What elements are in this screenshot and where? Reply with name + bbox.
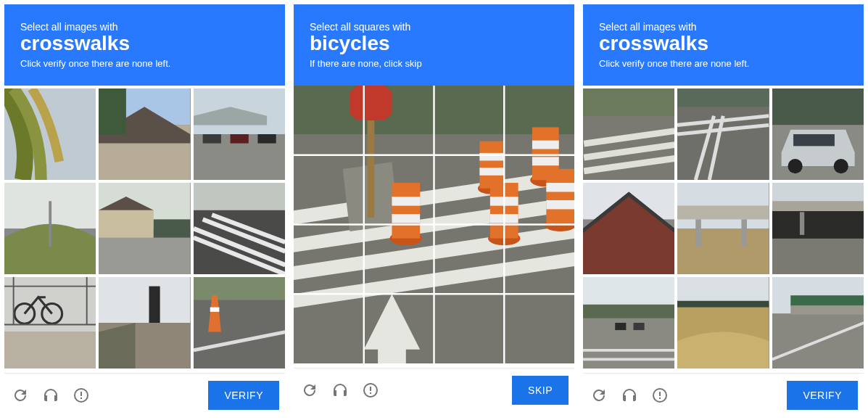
- svg-rect-109: [615, 323, 626, 330]
- grid-cell-8[interactable]: [505, 155, 574, 224]
- skip-button[interactable]: SKIP: [512, 376, 569, 405]
- header-post: Click verify once there are none left.: [599, 58, 848, 69]
- tile-overpass-1[interactable]: [677, 183, 769, 274]
- captcha-panel-2: Select all squares with bicycles If ther…: [294, 4, 574, 417]
- svg-point-92: [833, 159, 848, 173]
- info-icon[interactable]: [360, 380, 381, 400]
- svg-rect-118: [790, 295, 864, 306]
- header-pre: Select all images with: [20, 21, 269, 33]
- svg-rect-19: [194, 183, 285, 210]
- tile-intersection[interactable]: [677, 88, 769, 180]
- svg-rect-7: [202, 134, 220, 144]
- tile-sidewalk-cw[interactable]: [583, 88, 674, 180]
- image-grid: [4, 86, 285, 368]
- svg-rect-83: [677, 88, 769, 107]
- header-pre: Select all images with: [599, 21, 848, 33]
- svg-rect-17: [154, 219, 191, 237]
- svg-rect-110: [633, 323, 644, 330]
- svg-rect-100: [742, 219, 748, 247]
- captcha-footer: VERIFY: [583, 373, 864, 417]
- svg-rect-4: [99, 88, 126, 134]
- captcha-footer: SKIP: [294, 368, 574, 412]
- image-grid: [583, 86, 864, 368]
- svg-rect-34: [149, 287, 160, 323]
- captcha-header: Select all images with crosswalks Click …: [583, 4, 864, 86]
- headphones-icon[interactable]: [619, 385, 640, 405]
- headphones-icon[interactable]: [41, 385, 61, 405]
- reload-icon[interactable]: [10, 385, 30, 405]
- tile-house-roof[interactable]: [99, 88, 190, 180]
- svg-rect-115: [677, 301, 769, 308]
- svg-rect-90: [793, 134, 835, 146]
- svg-rect-119: [790, 305, 864, 315]
- svg-rect-37: [194, 277, 285, 300]
- captcha-header: Select all images with crosswalks Click …: [4, 4, 285, 86]
- captcha-panel-1: Select all images with crosswalks Click …: [4, 4, 285, 417]
- reload-icon[interactable]: [589, 385, 609, 405]
- info-icon[interactable]: [650, 385, 670, 405]
- grid-cell-4[interactable]: [505, 86, 574, 155]
- header-post: If there are none, click skip: [310, 58, 558, 69]
- tile-parking[interactable]: [194, 88, 285, 180]
- header-post: Click verify once there are none left.: [20, 58, 269, 69]
- verify-button[interactable]: VERIFY: [787, 381, 858, 410]
- grid-cell-5[interactable]: [294, 155, 363, 224]
- svg-rect-32: [99, 277, 190, 323]
- tile-sign[interactable]: [99, 277, 190, 368]
- grid-cell-13[interactable]: [294, 295, 363, 363]
- tile-dry-grass[interactable]: [677, 277, 769, 368]
- svg-rect-97: [677, 228, 769, 274]
- grid-cell-16[interactable]: [505, 295, 574, 363]
- tile-freeway[interactable]: [772, 277, 864, 368]
- svg-rect-15: [99, 210, 154, 238]
- tile-residential[interactable]: [99, 183, 190, 274]
- svg-point-91: [788, 159, 802, 173]
- grid-cell-14[interactable]: [364, 295, 434, 363]
- tile-hill[interactable]: [4, 183, 96, 274]
- svg-rect-9: [257, 134, 276, 144]
- header-keyword: bicycles: [310, 33, 558, 55]
- tile-overpass-2[interactable]: [772, 183, 864, 274]
- grid-cell-6[interactable]: [364, 155, 434, 224]
- tile-cone[interactable]: [194, 277, 285, 368]
- grid-cell-12[interactable]: [505, 225, 574, 294]
- grid-cell-15[interactable]: [434, 295, 504, 363]
- tile-bike[interactable]: [4, 277, 96, 368]
- svg-rect-39: [210, 308, 219, 312]
- svg-rect-78: [583, 88, 674, 116]
- tile-palm[interactable]: [4, 88, 96, 180]
- tile-crosswalk[interactable]: [194, 183, 285, 274]
- captcha-footer: VERIFY: [4, 373, 285, 417]
- captcha-row: Select all images with crosswalks Click …: [0, 0, 868, 420]
- svg-rect-108: [583, 305, 674, 318]
- header-keyword: crosswalks: [599, 33, 848, 55]
- headphones-icon[interactable]: [330, 380, 350, 400]
- tile-brick-roof[interactable]: [583, 183, 674, 274]
- tile-suburb-int[interactable]: [583, 277, 674, 368]
- tile-minivan[interactable]: [772, 88, 864, 180]
- captcha-header: Select all squares with bicycles If ther…: [294, 4, 574, 86]
- image-grid: [294, 86, 574, 363]
- grid-cell-10[interactable]: [364, 225, 434, 294]
- grid-cell-3[interactable]: [434, 86, 504, 155]
- svg-rect-99: [696, 219, 702, 247]
- header-keyword: crosswalks: [20, 33, 269, 55]
- reload-icon[interactable]: [299, 380, 320, 400]
- grid-cell-9[interactable]: [294, 225, 363, 294]
- grid-cell-7[interactable]: [434, 155, 504, 224]
- svg-rect-25: [4, 332, 96, 368]
- grid-cell-11[interactable]: [434, 225, 504, 294]
- svg-rect-103: [772, 201, 864, 212]
- svg-rect-113: [677, 277, 769, 305]
- svg-rect-8: [230, 134, 248, 144]
- grid-cell-1[interactable]: [294, 86, 363, 155]
- grid-cell-2[interactable]: [364, 86, 434, 155]
- header-pre: Select all squares with: [310, 21, 558, 33]
- svg-rect-98: [677, 206, 769, 220]
- svg-rect-105: [800, 212, 804, 235]
- svg-rect-104: [772, 211, 864, 239]
- info-icon[interactable]: [71, 385, 91, 405]
- svg-rect-88: [772, 88, 864, 125]
- captcha-panel-3: Select all images with crosswalks Click …: [583, 4, 864, 417]
- verify-button[interactable]: VERIFY: [208, 381, 279, 410]
